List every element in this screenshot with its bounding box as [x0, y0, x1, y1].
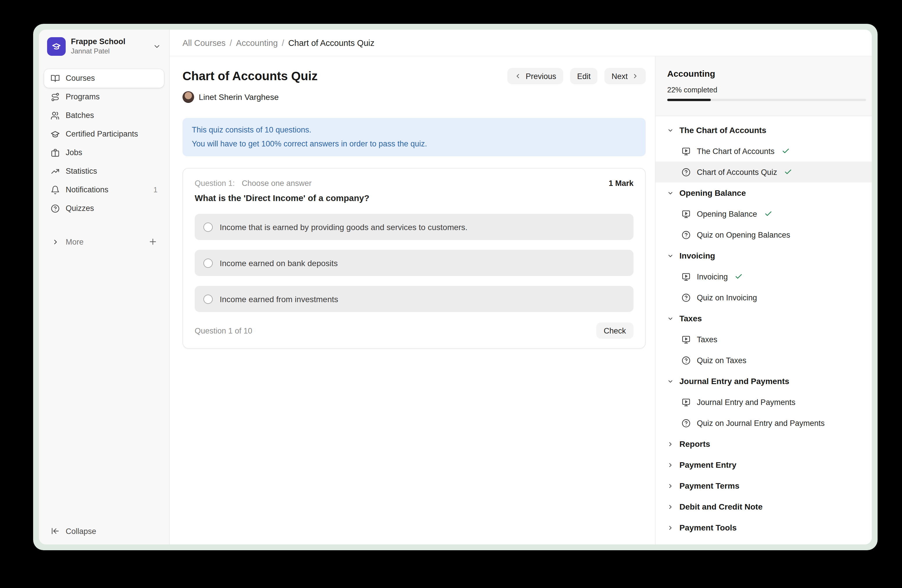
answer-option-3[interactable]: Income earned from investments — [195, 286, 634, 312]
outline-item-label: Opening Balance — [697, 210, 757, 218]
outline-row[interactable]: Opening Balance — [656, 203, 872, 224]
sidebar-item-batches[interactable]: Batches — [44, 106, 164, 125]
sidebar-item-label: Courses — [66, 74, 95, 83]
outline-row[interactable]: Invoicing — [656, 245, 872, 266]
workspace-user: Jannat Patel — [71, 47, 148, 56]
monitor-play-icon — [681, 397, 691, 407]
sidebar-item-label: Batches — [66, 111, 94, 120]
help-circle-icon — [681, 167, 691, 177]
chevron-down-icon — [667, 378, 673, 384]
collapse-label: Collapse — [66, 527, 96, 535]
title-row: Chart of Accounts Quiz Previous Edit — [183, 68, 646, 84]
question-marks: 1 Mark — [609, 179, 634, 188]
chevron-down-icon — [667, 315, 673, 322]
chevron-down-icon — [667, 190, 673, 196]
workspace-text: Frappe School Jannat Patel — [71, 37, 148, 56]
plus-icon[interactable] — [148, 237, 158, 246]
outline-item-label: Taxes — [697, 335, 717, 344]
breadcrumb-separator: / — [230, 38, 232, 47]
sidebar-collapse-button[interactable]: Collapse — [39, 518, 169, 544]
sidebar-item-certified-participants[interactable]: Certified Participants — [44, 125, 164, 144]
monitor-play-icon — [681, 146, 691, 156]
outline-row[interactable]: Journal Entry and Payments — [656, 371, 872, 392]
answer-option-label: Income earned on bank deposits — [220, 258, 338, 267]
sidebar-item-programs[interactable]: Programs — [44, 88, 164, 106]
workspace-switcher[interactable]: Frappe School Jannat Patel — [39, 30, 169, 62]
radio-icon[interactable] — [204, 222, 213, 231]
outline-item-label: Payment Entry — [680, 460, 736, 469]
monitor-play-icon — [681, 272, 691, 281]
chevron-left-icon — [515, 73, 521, 80]
edit-label: Edit — [577, 72, 591, 80]
outline-row[interactable]: The Chart of Accounts — [656, 141, 872, 161]
outline-row[interactable]: Reports — [656, 433, 872, 454]
outline-row[interactable]: Payment Entry — [656, 454, 872, 475]
sidebar-item-quizzes[interactable]: Quizzes — [44, 199, 164, 218]
next-button[interactable]: Next — [604, 68, 646, 84]
notice-line-1: This quiz consists of 10 questions. — [192, 123, 636, 137]
outline-row[interactable]: Quiz on Invoicing — [656, 287, 872, 308]
help-circle-icon — [681, 418, 691, 428]
outline-row[interactable]: Quiz on Journal Entry and Payments — [656, 413, 872, 433]
outline-row[interactable]: Taxes — [656, 308, 872, 329]
sidebar-item-courses[interactable]: Courses — [44, 69, 164, 88]
workspace-title: Frappe School — [71, 37, 148, 47]
main-content: Chart of Accounts Quiz Previous Edit — [170, 56, 655, 544]
outline-row[interactable]: Invoicing — [656, 266, 872, 287]
breadcrumb-separator: / — [282, 38, 284, 47]
answer-option-1[interactable]: Income that is earned by providing goods… — [195, 214, 634, 240]
sidebar-menu: Courses Programs Batches — [39, 69, 169, 218]
answer-option-2[interactable]: Income earned on bank deposits — [195, 250, 634, 276]
book-open-icon — [50, 74, 60, 83]
question-card: Question 1: Choose one answer 1 Mark Wha… — [183, 168, 646, 349]
outline-row[interactable]: Opening Balance — [656, 183, 872, 203]
help-circle-icon — [681, 292, 691, 302]
outline-item-label: Quiz on Taxes — [697, 356, 747, 364]
bell-icon — [50, 185, 60, 195]
outline-row[interactable]: Debit and Credit Note — [656, 496, 872, 517]
briefcase-icon — [50, 148, 60, 158]
outline-row[interactable]: Quiz on Opening Balances — [656, 224, 872, 245]
outline-row[interactable]: Chart of Accounts Quiz — [656, 161, 872, 183]
sidebar-item-label: Certified Participants — [66, 130, 138, 139]
quiz-notice: This quiz consists of 10 questions. You … — [183, 118, 646, 156]
outline-row[interactable]: Quiz on Taxes — [656, 350, 872, 371]
breadcrumb-all-courses[interactable]: All Courses — [183, 38, 226, 47]
chevron-right-icon — [667, 483, 673, 489]
chevron-down-icon[interactable] — [153, 42, 161, 50]
edit-button[interactable]: Edit — [570, 68, 598, 84]
sidebar-item-notifications[interactable]: Notifications 1 — [44, 181, 164, 199]
radio-icon[interactable] — [204, 258, 213, 267]
outline-item-label: Chart of Accounts Quiz — [697, 167, 777, 176]
sidebar-item-jobs[interactable]: Jobs — [44, 144, 164, 162]
previous-label: Previous — [526, 72, 556, 80]
sidebar-item-label: Programs — [66, 92, 100, 102]
question-number: Question 1: — [195, 179, 235, 188]
chevron-down-icon — [667, 127, 673, 133]
frappe-school-logo — [47, 37, 66, 56]
chevron-right-icon — [632, 73, 639, 80]
outline-row[interactable]: Payment Tools — [656, 517, 872, 538]
breadcrumb-accounting[interactable]: Accounting — [236, 38, 278, 47]
check-button[interactable]: Check — [596, 322, 634, 339]
graduation-cap-logo-icon — [50, 41, 62, 52]
sidebar-item-statistics[interactable]: Statistics — [44, 162, 164, 181]
answer-option-label: Income earned from investments — [220, 294, 338, 303]
outline-row[interactable]: Taxes — [656, 329, 872, 350]
help-circle-icon — [681, 230, 691, 240]
outline-row[interactable]: Journal Entry and Payments — [656, 392, 872, 413]
chevron-right-icon — [50, 237, 60, 246]
outline-item-label: Reports — [680, 439, 710, 449]
header-actions: Previous Edit Next — [508, 68, 646, 84]
sidebar-more[interactable]: More — [44, 233, 164, 250]
outline-item-label: Journal Entry and Payments — [697, 398, 796, 407]
outline-row[interactable]: Payment Terms — [656, 475, 872, 496]
course-outline-list: The Chart of Accounts — [656, 116, 872, 544]
app-window: Frappe School Jannat Patel Courses — [39, 30, 872, 544]
radio-icon[interactable] — [204, 294, 213, 303]
page: Frappe School Jannat Patel Courses — [0, 0, 902, 588]
outline-row[interactable]: The Chart of Accounts — [656, 120, 872, 141]
question-text: What is the 'Direct Income' of a company… — [195, 192, 634, 204]
previous-button[interactable]: Previous — [508, 68, 563, 84]
course-title: Accounting — [667, 68, 866, 80]
